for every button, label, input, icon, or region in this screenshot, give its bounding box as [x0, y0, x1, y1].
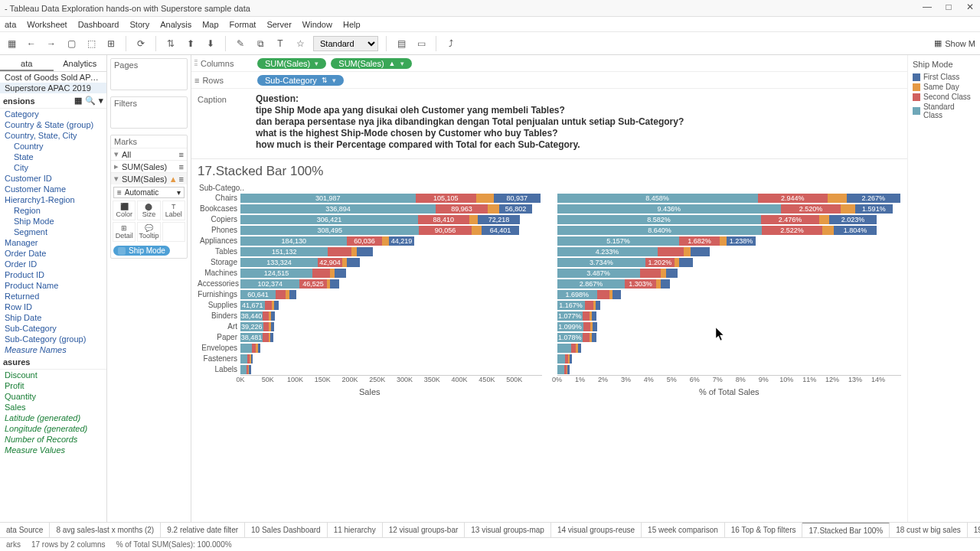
dimension-item[interactable]: Row ID	[0, 302, 106, 312]
bar-segment[interactable]	[312, 269, 330, 278]
swap-icon[interactable]: ⇅	[164, 37, 178, 51]
tooltip-card[interactable]: 💬Tooltip	[137, 222, 160, 242]
dimension-item[interactable]: Segment	[0, 227, 106, 237]
bar-segment[interactable]	[585, 301, 593, 310]
bar-row[interactable]: 39,226	[240, 321, 542, 332]
measure-item[interactable]: Latitude (generated)	[0, 412, 106, 423]
bar-segment[interactable]: 80,937	[494, 194, 541, 203]
bar-segment[interactable]	[265, 301, 272, 310]
bar-segment[interactable]: 102,374	[240, 279, 299, 289]
bar-segment[interactable]: 1.303%	[625, 279, 655, 289]
dimension-item[interactable]: Hierarchy1-Region	[0, 194, 106, 205]
bar-segment[interactable]: 41,671	[240, 301, 265, 310]
search-icon[interactable]: 🔍	[85, 96, 96, 106]
bar-segment[interactable]	[640, 269, 662, 278]
dimension-item[interactable]: City	[0, 162, 106, 173]
bar-row[interactable]: 301,987105,10580,937	[240, 193, 542, 204]
bar-segment[interactable]	[557, 344, 572, 353]
bar-segment[interactable]: 133,324	[240, 258, 318, 267]
group-icon[interactable]: ⧉	[253, 37, 267, 51]
bar-segment[interactable]: 1.591%	[855, 204, 893, 214]
bar-segment[interactable]	[570, 354, 572, 364]
bar-segment[interactable]: 151,132	[240, 247, 328, 256]
back-icon[interactable]: ←	[24, 37, 38, 51]
bar-segment[interactable]	[276, 290, 286, 299]
color-card[interactable]: ⬛Color	[113, 201, 136, 220]
sheet-tab[interactable]: 11 hierarchy	[328, 523, 383, 537]
measure-item[interactable]: Quantity	[0, 391, 106, 402]
dimension-item[interactable]: Country	[0, 141, 106, 152]
dimension-item[interactable]: Returned	[0, 291, 106, 302]
chart-sales[interactable]: ChairsBookcasesCopiersPhonesAppliancesTa…	[198, 193, 542, 396]
sheet-tab[interactable]: 10 Sales Dashboard	[245, 523, 328, 537]
bar-segment[interactable]: 308,495	[240, 226, 419, 235]
bar-row[interactable]: 184,13060,03644,219	[240, 236, 542, 246]
bar-segment[interactable]	[557, 365, 564, 374]
bar-row[interactable]	[240, 364, 542, 375]
marks-sum1[interactable]: ▸SUM(Sales)≡	[111, 160, 187, 172]
bar-segment[interactable]: 2.520%	[781, 204, 841, 214]
bar-row[interactable]: 5.157%1.682%1.238%	[557, 236, 902, 246]
bar-segment[interactable]: 38,481	[240, 333, 263, 342]
datasource-item[interactable]: Cost of Goods Sold APAC 2019	[0, 72, 106, 83]
menu-ata[interactable]: ata	[5, 20, 16, 29]
bar-row[interactable]	[240, 354, 542, 364]
measure-item[interactable]: Longitude (generated)	[0, 423, 106, 434]
bar-segment[interactable]: 8.458%	[557, 194, 758, 203]
measure-item[interactable]: Sales	[0, 402, 106, 412]
bar-row[interactable]: 1.077%	[557, 311, 902, 321]
bar-segment[interactable]	[289, 290, 296, 299]
chart-percent[interactable]: 8.458%2.944%2.267%9.436%2.520%1.591%8.58…	[557, 193, 902, 396]
bar-segment[interactable]: 2.522%	[762, 226, 822, 235]
size-card[interactable]: ⬤Size	[137, 201, 160, 220]
datasource-item[interactable]: Superstore APAC 2019	[0, 83, 106, 93]
bar-segment[interactable]: 9.436%	[557, 204, 782, 214]
sheet-tab[interactable]: 12 visual groups-bar	[383, 523, 466, 537]
menu-server[interactable]: Server	[266, 20, 291, 29]
bar-segment[interactable]: 8.582%	[557, 215, 761, 224]
bar-row[interactable]: 8.640%2.522%1.804%	[557, 225, 902, 236]
tab-analytics[interactable]: Analytics	[54, 55, 107, 71]
bar-segment[interactable]	[583, 333, 590, 342]
bar-row[interactable]: 3.734%1.202%	[557, 257, 902, 268]
sheet-tab[interactable]: 18 cust w big sales	[890, 523, 968, 537]
view-icon[interactable]: ▦	[74, 96, 82, 106]
sheet-tab[interactable]: 16 Top & Top filters	[725, 523, 803, 537]
dimension-item[interactable]: State	[0, 152, 106, 162]
bar-segment[interactable]	[330, 279, 338, 289]
bar-row[interactable]: 336,89489,96356,802	[240, 204, 542, 214]
bar-segment[interactable]: 2.267%	[847, 194, 900, 203]
save-icon[interactable]: ▢	[64, 37, 78, 51]
bar-segment[interactable]: 46,525	[299, 279, 326, 289]
bar-segment[interactable]: 8.640%	[557, 226, 763, 235]
bar-segment[interactable]	[583, 311, 590, 321]
bar-segment[interactable]: 89,963	[436, 204, 488, 214]
bar-segment[interactable]: 42,904	[318, 258, 342, 267]
bar-segment[interactable]	[691, 247, 710, 256]
bar-row[interactable]	[240, 343, 542, 354]
filters-shelf[interactable]: Filters	[111, 97, 187, 109]
bar-segment[interactable]	[335, 269, 346, 278]
label-icon[interactable]: T	[273, 37, 287, 51]
bar-segment[interactable]: 60,036	[347, 236, 381, 246]
bar-segment[interactable]	[567, 365, 569, 374]
bar-segment[interactable]	[583, 322, 590, 331]
bar-segment[interactable]	[828, 194, 847, 203]
cards-icon[interactable]: ▤	[394, 37, 408, 51]
bar-segment[interactable]: 1.202%	[645, 258, 674, 267]
sheet-tab[interactable]: 17.Stacked Bar 100%	[802, 522, 890, 537]
mark-type-select[interactable]: ≡Automatic▾	[113, 187, 185, 198]
bar-row[interactable]: 1.078%	[557, 332, 902, 343]
measure-item[interactable]: Number of Records	[0, 434, 106, 445]
menu-map[interactable]: Map	[202, 20, 218, 29]
bar-segment[interactable]: 64,401	[482, 226, 519, 235]
bar-segment[interactable]: 60,641	[240, 290, 276, 299]
bar-segment[interactable]: 336,894	[240, 204, 436, 214]
bar-segment[interactable]	[258, 344, 261, 353]
bar-segment[interactable]	[347, 258, 360, 267]
bar-segment[interactable]	[271, 322, 275, 331]
bar-segment[interactable]: 72,218	[478, 215, 520, 224]
bar-segment[interactable]: 3.734%	[557, 258, 646, 267]
bar-segment[interactable]	[488, 204, 499, 214]
bar-row[interactable]: 306,42188,41072,218	[240, 214, 542, 225]
